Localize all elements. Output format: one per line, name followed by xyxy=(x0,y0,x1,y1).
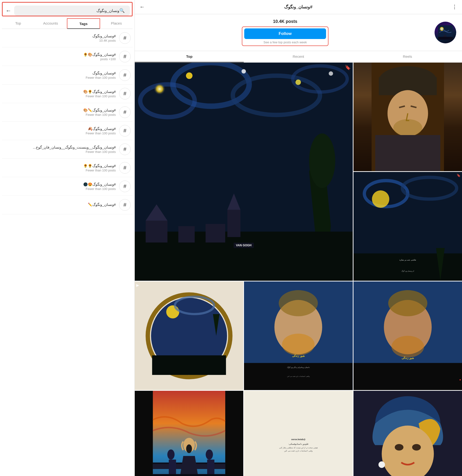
follow-wrapper: Follow See a few top posts each week xyxy=(242,26,328,46)
svg-rect-57 xyxy=(353,363,462,390)
hash-icon: # xyxy=(119,69,131,81)
tag-name: #ونسان_ونگوگ xyxy=(92,34,116,38)
svg-point-72 xyxy=(412,444,421,450)
hash-icon: # xyxy=(119,51,131,62)
svg-point-19 xyxy=(148,81,187,120)
profile-section: 10.4K posts Follow See a few top posts e… xyxy=(135,14,462,51)
tab-tags[interactable]: Tags xyxy=(67,18,100,29)
hash-icon: # xyxy=(119,106,131,118)
tag-list: # #ونسان_ونگوگ 10.4K posts # #ونسان_ونگو… xyxy=(0,29,134,476)
svg-point-63 xyxy=(167,450,175,460)
tag-count: Fewer than 100 posts xyxy=(83,94,116,98)
tag-count: Fewer than 100 posts xyxy=(83,187,116,191)
list-item[interactable]: # #ونسان_ونگوگ😍🌑 Fewer than 100 posts xyxy=(2,177,133,196)
tag-count: Fewer than 100 posts xyxy=(86,76,116,79)
list-item[interactable]: # #ونسان_ونگوگ🌻🌻 Fewer than 100 posts xyxy=(2,159,133,177)
follow-button[interactable]: Follow xyxy=(244,28,326,39)
tag-count: Fewer than 100 posts xyxy=(83,113,116,117)
tag-name: #ونسان_ونگوگ🎨🌻 xyxy=(83,52,116,57)
right-panel: ← #ونسان_ونگوگ ⋮ xyxy=(135,0,462,476)
post-cell[interactable]: ▶ xyxy=(135,281,243,390)
right-title: #ونسان_ونگوگ xyxy=(284,4,312,10)
list-item[interactable]: # #ونسان_ونگوگ🍂 Fewer than 100 posts xyxy=(2,122,133,140)
tab-recent[interactable]: Recent xyxy=(244,51,353,62)
svg-point-18 xyxy=(329,71,333,76)
svg-rect-47 xyxy=(152,355,226,375)
search-input-value[interactable]: ونسان_ونگوگ xyxy=(17,8,119,13)
left-panel: ← 🔍 ونسان_ونگوگ Top Accounts Tags Places… xyxy=(0,0,135,476)
tab-top[interactable]: Top xyxy=(2,18,34,29)
tag-name: #ونسان_ونگوگ✏️ xyxy=(88,203,116,207)
tag-name: #ونسان_ونگوگ xyxy=(86,71,116,75)
svg-point-64 xyxy=(206,450,213,460)
svg-point-55 xyxy=(388,290,427,316)
svg-rect-41 xyxy=(353,254,462,281)
tag-count: Fewer than 100 posts xyxy=(33,150,116,154)
svg-point-40 xyxy=(372,190,389,208)
tag-name: #ونسان_ونگوگ🌻🌻 xyxy=(83,164,116,168)
hash-icon: # xyxy=(119,144,131,155)
post-cell[interactable] xyxy=(135,391,243,476)
tab-places[interactable]: Places xyxy=(100,18,133,29)
profile-stats: 10.4K posts Follow See a few top posts e… xyxy=(141,19,430,46)
post-cell[interactable] xyxy=(353,63,462,171)
post-cell[interactable]: شور زندگی داستان پرماجرای زندگی ون گوگ و… xyxy=(244,281,353,390)
posts-count: 10.4K posts xyxy=(273,19,297,24)
tab-top[interactable]: Top xyxy=(135,51,244,62)
svg-point-16 xyxy=(242,69,246,73)
hash-icon: # xyxy=(119,32,131,44)
tag-count: Fewer than 100 posts xyxy=(86,131,116,135)
tag-avatar xyxy=(435,22,456,43)
svg-rect-66 xyxy=(207,460,214,474)
tag-name: #ونسان_ونگوگ🍂 xyxy=(86,127,116,131)
list-item[interactable]: # #ونسان_ونگوگ Fewer than 100 posts xyxy=(2,66,133,85)
svg-rect-26 xyxy=(227,210,240,237)
list-item[interactable]: # #ونسان_ونگوگ✏️ xyxy=(2,196,133,214)
list-item[interactable]: # #ونسان_ونگوگ__وینسنت_ونگوگ__ونسان_فان_… xyxy=(2,140,133,159)
list-item[interactable]: # #ونسان_ونگوگ🎨🌻 100+ posts xyxy=(2,47,133,66)
search-icon: 🔍 xyxy=(119,8,125,13)
svg-rect-36 xyxy=(371,63,444,171)
svg-rect-67 xyxy=(153,474,225,476)
right-header: ← #ونسان_ونگوگ ⋮ xyxy=(135,0,462,14)
svg-point-17 xyxy=(295,79,301,85)
follow-hint: See a few top posts each week xyxy=(263,41,307,44)
svg-point-51 xyxy=(282,333,314,355)
post-cell[interactable] xyxy=(353,391,462,476)
tag-name: #ونسان_ونگوگ__وینسنت_ونگوگ__ونسان_فان_گو… xyxy=(33,145,116,150)
tag-name: #ونسان_ونگوگ✏️🎨 xyxy=(83,108,116,112)
svg-rect-25 xyxy=(205,224,225,242)
tab-accounts[interactable]: Accounts xyxy=(34,18,67,29)
svg-point-45 xyxy=(166,305,179,318)
right-back-arrow[interactable]: ← xyxy=(140,4,145,10)
post-cell[interactable]: VAN GOGH 🔖 xyxy=(135,63,353,281)
svg-rect-65 xyxy=(169,460,176,474)
tag-name: #ونسان_ونگوگ🌻🎨 xyxy=(83,90,116,94)
content-tabs: Top Recent Reels xyxy=(135,51,462,63)
hash-icon: # xyxy=(119,162,131,174)
hash-icon: # xyxy=(119,181,131,192)
svg-point-20 xyxy=(309,133,336,188)
svg-point-15 xyxy=(186,72,193,79)
posts-grid: VAN GOGH 🔖 xyxy=(135,63,462,476)
hash-icon: # xyxy=(119,88,131,99)
hash-icon: # xyxy=(119,125,131,136)
svg-rect-21 xyxy=(135,232,353,281)
post-cell[interactable]: @oeroe.ketab فلودور داستایوفسکی: هیچی سخ… xyxy=(244,391,353,476)
list-item[interactable]: # #ونسان_ونگوگ✏️🎨 Fewer than 100 posts xyxy=(2,103,133,122)
post-cell[interactable]: نقاشی شب پر ستاره اثر ونسان ون گوگ 🔖 xyxy=(353,172,462,280)
tag-count: Fewer than 100 posts xyxy=(83,169,116,172)
svg-point-50 xyxy=(279,290,318,316)
left-back-arrow[interactable]: ← xyxy=(5,6,12,15)
svg-point-62 xyxy=(186,444,192,453)
tab-reels[interactable]: Reels xyxy=(353,51,462,62)
list-item[interactable]: # #ونسان_ونگوگ 10.4K posts xyxy=(2,29,133,47)
svg-rect-24 xyxy=(178,226,195,242)
hash-icon: # xyxy=(119,199,131,211)
svg-rect-22 xyxy=(146,221,168,243)
list-item[interactable]: # #ونسان_ونگوگ🌻🎨 Fewer than 100 posts xyxy=(2,85,133,103)
svg-rect-8 xyxy=(438,37,453,40)
tag-count: 10.4K posts xyxy=(92,39,116,42)
post-cell[interactable]: شور زندگی ● xyxy=(353,281,462,390)
more-options-icon[interactable]: ⋮ xyxy=(452,4,457,10)
